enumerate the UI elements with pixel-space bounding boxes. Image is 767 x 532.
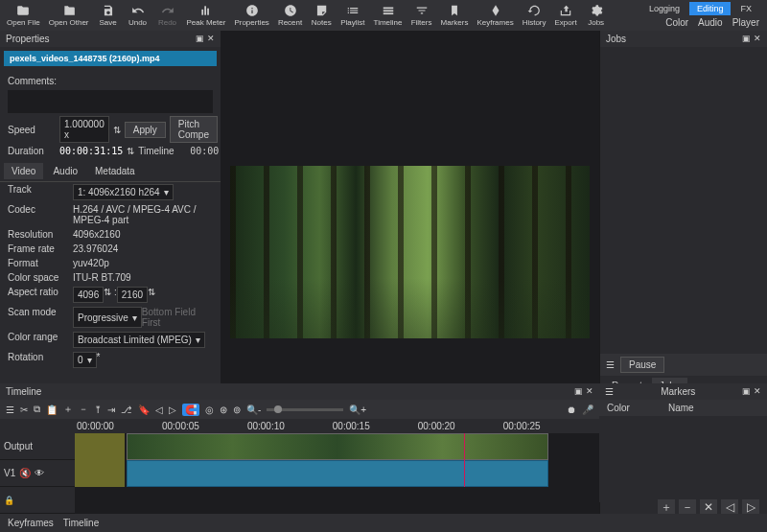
bottom-tabs: Keyframes Timeline (0, 514, 767, 532)
scanmode-dropdown[interactable]: Progressive ▾ (73, 307, 142, 328)
next-marker-button[interactable]: ▷ (742, 499, 759, 515)
paste-icon[interactable]: 📋 (46, 405, 58, 415)
note-icon (314, 4, 328, 17)
export-icon (559, 4, 572, 17)
split-icon[interactable]: ⎇ (121, 405, 132, 415)
colorspace-value: ITU-R BT.709 (73, 272, 131, 283)
save-icon (102, 4, 115, 17)
aspect-w-input[interactable]: 4096 (73, 287, 104, 303)
properties-button[interactable]: Properties (230, 3, 272, 28)
timeline-ruler[interactable]: 00:00:0000:00:0500:00:1000:00:1500:00:20… (0, 419, 599, 433)
redo-button[interactable]: Redo (153, 3, 182, 28)
prev-marker-icon[interactable]: ◁ (155, 405, 163, 415)
redo-icon (161, 4, 174, 17)
ripple-icon[interactable]: ⊛ (220, 405, 227, 415)
editing-mode-tab[interactable]: Editing (689, 2, 732, 15)
track-dropdown[interactable]: 1: 4096x2160 h264 ▾ (73, 184, 174, 200)
notes-button[interactable]: Notes (307, 3, 336, 28)
history-button[interactable]: History (519, 3, 550, 28)
duration-value: 00:00:31:15 (59, 146, 123, 156)
video-tab[interactable]: Video (4, 163, 43, 179)
save-button[interactable]: Save (94, 3, 123, 28)
logging-mode-tab[interactable]: Logging (641, 2, 687, 15)
markers-controls: ＋ － ✕ ◁ ▷ (658, 499, 759, 515)
keyframes-btab[interactable]: Keyframes (8, 518, 54, 528)
record-icon[interactable]: ⏺ (567, 405, 576, 415)
history-icon (527, 4, 541, 17)
pitch-button[interactable]: Pitch Compe (170, 116, 218, 143)
timeline-toolbar: ☰ ✂ ⧉ 📋 ＋ － ⤒ ⇥ ⎇ 🔖 ◁ ▷ 🧲 ◎ ⊛ ⊚ 🔍- 🔍+ ⏺ … (0, 400, 599, 419)
player-tab[interactable]: Player (732, 17, 759, 28)
timeline-icon (382, 4, 395, 17)
output-track-header[interactable]: Output (0, 433, 75, 460)
timeline-content[interactable] (75, 433, 599, 514)
rotation-dropdown[interactable]: 0 ▾ (73, 352, 97, 368)
keyframes-button[interactable]: Keyframes (473, 3, 517, 28)
playhead[interactable] (464, 433, 465, 487)
playlist-button[interactable]: Playlist (337, 3, 368, 28)
fx-mode-tab[interactable]: FX (732, 2, 759, 15)
cut-icon[interactable]: ✂ (20, 405, 28, 415)
color-col[interactable]: Color (607, 403, 630, 413)
scrub-icon[interactable]: ◎ (205, 405, 214, 415)
v1-track-header[interactable]: V1🔇👁 (0, 460, 75, 487)
panel-controls[interactable]: ▣ ✕ (196, 34, 215, 44)
markers-button[interactable]: Markers (437, 3, 473, 28)
filters-button[interactable]: Filters (407, 3, 436, 28)
color-tab[interactable]: Color (665, 17, 688, 28)
timeline-button[interactable]: Timeline (370, 3, 407, 28)
audio-clip[interactable] (127, 460, 548, 487)
undo-button[interactable]: Undo (124, 3, 152, 28)
zoom-out-icon[interactable]: 🔍- (246, 405, 261, 415)
remove-icon[interactable]: － (79, 403, 88, 416)
name-col[interactable]: Name (668, 403, 694, 413)
timeline-btab[interactable]: Timeline (63, 518, 99, 528)
clear-markers-button[interactable]: ✕ (700, 499, 717, 515)
audio-media-tab[interactable]: Audio (45, 163, 85, 179)
zoom-in-icon[interactable]: 🔍+ (349, 405, 366, 415)
peak-meter-button[interactable]: Peak Meter (183, 3, 230, 28)
audio-tab[interactable]: Audio (698, 17, 723, 28)
eye-icon[interactable]: 👁 (35, 468, 44, 478)
jobs-menu-icon[interactable]: ☰ (606, 359, 615, 370)
zoom-slider[interactable] (267, 408, 343, 411)
output-clip[interactable] (75, 433, 125, 487)
svg-rect-3 (383, 8, 393, 10)
aspect-h-input[interactable]: 2160 (117, 287, 148, 303)
pause-button[interactable]: Pause (620, 357, 664, 373)
clock-icon (284, 4, 297, 17)
undo-icon (131, 4, 145, 17)
lock-track[interactable]: 🔒 (0, 487, 75, 514)
video-clip[interactable] (127, 433, 548, 460)
apply-button[interactable]: Apply (125, 122, 166, 138)
overwrite-icon[interactable]: ⇥ (107, 405, 115, 415)
speed-input[interactable]: 1.000000 x (59, 116, 109, 143)
recent-button[interactable]: Recent (274, 3, 306, 28)
comments-input[interactable] (8, 90, 213, 113)
bookmark-icon (448, 4, 461, 17)
metadata-tab[interactable]: Metadata (87, 163, 143, 179)
mic-icon[interactable]: 🎤 (582, 405, 593, 415)
del-marker-button[interactable]: － (679, 499, 696, 515)
snap-icon[interactable]: 🧲 (182, 404, 199, 416)
prev-marker-button[interactable]: ◁ (721, 499, 738, 515)
colorrange-dropdown[interactable]: Broadcast Limited (MPEG) ▾ (73, 332, 205, 348)
ripple-all-icon[interactable]: ⊚ (233, 405, 241, 415)
mute-icon[interactable]: 🔇 (19, 468, 31, 478)
export-button[interactable]: Export (551, 3, 581, 28)
svg-rect-5 (383, 12, 393, 14)
next-marker-icon[interactable]: ▷ (169, 405, 176, 415)
video-preview[interactable] (230, 166, 590, 338)
open-file-button[interactable]: Open File (3, 3, 44, 28)
add-icon[interactable]: ＋ (63, 403, 73, 416)
jobs-button[interactable]: Jobs (582, 3, 611, 28)
copy-icon[interactable]: ⧉ (34, 404, 40, 415)
marker-add-icon[interactable]: 🔖 (138, 405, 150, 415)
svg-rect-4 (383, 10, 393, 12)
lift-icon[interactable]: ⤒ (94, 405, 102, 415)
panel-menu-icon[interactable]: ☰ (605, 386, 614, 397)
add-marker-button[interactable]: ＋ (658, 499, 675, 515)
codec-value: H.264 / AVC / MPEG-4 AVC / MPEG-4 part (73, 204, 213, 225)
tl-menu-icon[interactable]: ☰ (6, 405, 14, 415)
open-other-button[interactable]: Open Other (45, 3, 93, 28)
